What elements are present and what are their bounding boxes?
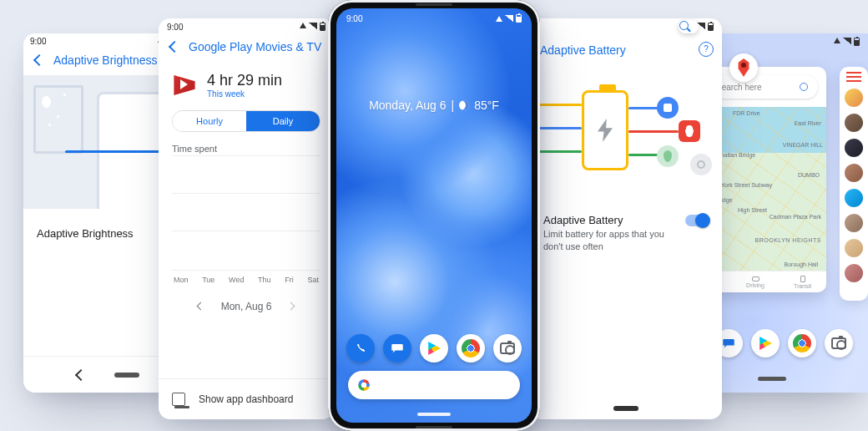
play-movies-icon	[172, 73, 197, 98]
brightness-slider[interactable]	[65, 150, 174, 153]
recent-app-badge[interactable]	[729, 53, 758, 82]
status-bar: 9:00	[159, 18, 334, 35]
map-label: VINEGAR HILL	[783, 142, 823, 148]
play-store-app-icon[interactable]	[420, 334, 448, 363]
clock: 9:00	[30, 37, 46, 46]
wire	[535, 127, 582, 129]
chrome-icon	[462, 339, 480, 357]
dashboard-label: Show app dashboard	[199, 393, 293, 405]
date-pager: Mon, Aug 6	[159, 289, 334, 317]
help-icon[interactable]	[699, 43, 712, 57]
star-icon	[57, 115, 59, 118]
avatar[interactable]	[845, 139, 863, 157]
title-bar: Google Play Movies & TV	[159, 35, 334, 62]
battery-icon	[708, 23, 714, 31]
day-label: Tue	[202, 276, 214, 284]
tab-hourly[interactable]: Hourly	[173, 111, 246, 131]
avatar[interactable]	[845, 239, 863, 257]
home-pill[interactable]	[758, 377, 786, 381]
map-label: Borough Hall	[785, 261, 818, 267]
peek-card[interactable]	[840, 67, 868, 301]
day-label: Fri	[285, 276, 294, 284]
clock: 9:00	[167, 23, 183, 32]
setting-subtitle: Limit battery for apps that you don't us…	[543, 228, 709, 253]
map-label: Cadman Plaza Park	[770, 214, 821, 220]
usage-period[interactable]: This week	[207, 89, 282, 99]
prev-day-icon[interactable]	[196, 302, 204, 311]
star-icon	[63, 94, 66, 96]
recents-dock	[714, 329, 853, 357]
gridline	[172, 193, 320, 194]
avatar[interactable]	[845, 164, 863, 182]
avatar[interactable]	[845, 114, 863, 132]
chrome-app-icon[interactable]	[457, 334, 485, 363]
car-icon	[752, 276, 760, 281]
battery-icon	[854, 38, 860, 46]
home-pill[interactable]	[417, 413, 451, 416]
at-a-glance[interactable]: Monday, Aug 6 | 85°F	[336, 99, 532, 112]
back-arrow-icon[interactable]	[167, 40, 180, 53]
camera-icon	[500, 342, 515, 354]
search-bar[interactable]	[348, 371, 520, 399]
map-label: DUMBO	[798, 172, 820, 178]
map-label: High Street	[738, 207, 767, 213]
menu-icon[interactable]	[846, 72, 861, 82]
usage-duration: 4 hr 29 min	[207, 72, 282, 89]
map-label: BROOKLYN HEIGHTS	[755, 237, 821, 243]
bolt-icon	[598, 119, 613, 142]
status-icons	[834, 38, 860, 46]
speaker-grill	[416, 3, 452, 6]
bottom-speaker	[416, 426, 452, 428]
voice-icon[interactable]	[800, 83, 808, 91]
home-pill[interactable]	[114, 373, 139, 378]
tab-daily[interactable]: Daily	[246, 111, 320, 131]
app-node	[690, 154, 712, 175]
chrome-app-icon[interactable]	[788, 329, 816, 357]
phone-app-icon[interactable]	[346, 334, 375, 363]
next-day-icon[interactable]	[288, 302, 296, 311]
app-node	[657, 145, 679, 167]
day-label: Mon	[174, 276, 189, 284]
map-label: York Street Subway	[721, 182, 772, 188]
tab-transit[interactable]: Transit	[779, 271, 826, 292]
toggle-switch[interactable]	[685, 215, 709, 226]
chart-label: Time spent	[159, 139, 334, 155]
messages-app-icon[interactable]	[383, 334, 411, 363]
window-frame	[33, 85, 83, 154]
battery-graphic	[582, 90, 628, 170]
home-pill[interactable]	[613, 406, 638, 411]
camera-app-icon[interactable]	[493, 334, 522, 363]
back-arrow-icon[interactable]	[32, 53, 45, 67]
avatar[interactable]	[845, 89, 863, 107]
wire	[535, 104, 582, 106]
show-dashboard-link[interactable]: Show app dashboard	[159, 378, 334, 419]
avatar[interactable]	[845, 214, 863, 232]
setting-row[interactable]: Adaptive Battery Limit battery for apps …	[530, 207, 722, 253]
wifi-icon	[496, 16, 502, 22]
wire	[628, 130, 679, 133]
separator: |	[452, 99, 455, 112]
app-node	[679, 120, 700, 142]
dots-icon	[685, 127, 694, 135]
day-label: Wed	[229, 276, 244, 284]
status-icons	[496, 14, 522, 23]
search-placeholder: Search here	[716, 83, 761, 92]
tab-driving[interactable]: Driving	[732, 271, 780, 292]
gridline	[172, 231, 320, 231]
back-icon[interactable]	[74, 369, 86, 381]
screen-adaptive-battery: Adaptive Battery Adaptive Battery Limit …	[530, 18, 722, 419]
day-label: Sat	[307, 276, 319, 284]
avatar[interactable]	[845, 264, 863, 282]
messages-icon	[722, 337, 735, 350]
search-icon[interactable]	[679, 20, 699, 33]
page-title: Google Play Movies & TV	[189, 40, 321, 53]
wire	[628, 107, 659, 109]
setting-title: Adaptive Battery	[543, 214, 623, 226]
avatar[interactable]	[845, 189, 863, 207]
camera-app-icon[interactable]	[825, 329, 853, 357]
signal-icon	[309, 23, 317, 29]
maps-icon	[737, 58, 750, 77]
app-node	[657, 97, 679, 119]
play-store-app-icon[interactable]	[751, 329, 780, 357]
circle-icon	[697, 160, 705, 169]
